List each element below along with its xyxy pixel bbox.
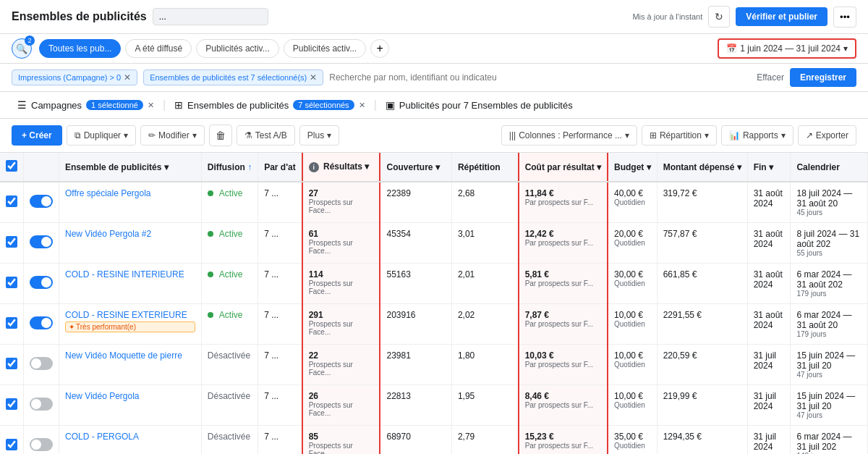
row-name-link-6[interactable]: COLD - PERGOLA [65, 432, 139, 442]
row-name-link-0[interactable]: Offre spéciale Pergola [65, 188, 151, 198]
filter-tag-2[interactable]: Ensembles de publicités est 7 sélectionn… [143, 70, 323, 85]
cell-checkbox[interactable] [0, 426, 24, 455]
row-checkbox-0[interactable] [6, 196, 17, 207]
cell-toggle[interactable] [24, 264, 59, 304]
row-toggle-2[interactable] [30, 276, 53, 289]
row-toggle-5[interactable] [30, 398, 53, 411]
delete-button[interactable]: 🗑 [209, 125, 232, 146]
th-parat[interactable]: Par d'at [258, 153, 302, 182]
tab-active-pubs1[interactable]: Publicités activ... [196, 39, 278, 58]
clear-filter-button[interactable]: Effacer [757, 72, 784, 83]
row-checkbox-2[interactable] [6, 277, 17, 288]
parat-value: 7 ... [264, 229, 278, 239]
th-cout[interactable]: Coût par résultat ▾ [519, 153, 608, 182]
cell-fin: 31 juil 2024 [747, 426, 791, 455]
cell-parat: 7 ... [258, 264, 302, 304]
results-value: 27 [309, 188, 374, 198]
row-toggle-1[interactable] [30, 235, 53, 248]
fin-value: 31 août 2024 [754, 269, 785, 290]
export-button[interactable]: ↗ Exporter [798, 125, 856, 146]
row-name-link-4[interactable]: New Vidéo Moquette de pierre [65, 350, 182, 361]
th-fin[interactable]: Fin ▾ [747, 153, 791, 182]
nav-publicites[interactable]: ▣ Publicités pour 7 Ensembles de publici… [380, 96, 579, 114]
row-toggle-0[interactable] [30, 195, 53, 208]
columns-button[interactable]: ||| Colonnes : Performance ... ▾ [501, 125, 637, 146]
cell-toggle[interactable] [24, 426, 59, 455]
duplicate-button[interactable]: ⧉ Dupliquer ▾ [67, 125, 136, 146]
cell-toggle[interactable] [24, 304, 59, 345]
add-tab-button[interactable]: + [370, 39, 389, 58]
nav-ensembles[interactable]: ⊞ Ensembles de publicités 7 sélectionnés… [169, 96, 371, 114]
couverture-value: 68970 [386, 432, 445, 442]
calendrier-subtext: 47 jours [796, 371, 861, 379]
performance-badge: ✦ Très performant(e) [65, 321, 195, 332]
verify-publish-button[interactable]: Vérifier et publier [736, 7, 827, 26]
select-all-checkbox[interactable] [6, 160, 17, 172]
info-icon[interactable]: i [309, 162, 319, 172]
row-checkbox-3[interactable] [6, 317, 17, 329]
cell-toggle[interactable] [24, 345, 59, 385]
cell-checkbox[interactable] [0, 304, 24, 345]
table-container: Ensemble de publicités ▾ Diffusion ↑ Par… [0, 153, 868, 454]
rapports-button[interactable]: 📊 Rapports ▾ [721, 125, 793, 146]
th-resultats[interactable]: i Résultats ▾ [302, 153, 380, 182]
row-checkbox-4[interactable] [6, 358, 17, 369]
filter-search-input[interactable] [329, 72, 751, 83]
th-ensemble[interactable]: Ensemble de publicités ▾ [59, 153, 202, 182]
row-checkbox-5[interactable] [6, 398, 17, 410]
th-budget[interactable]: Budget ▾ [608, 153, 657, 182]
refresh-button[interactable]: ↻ [708, 6, 730, 28]
filter-tag-1[interactable]: Impressions (Campagne) > 0 ✕ [12, 70, 137, 85]
campaigns-badge-close[interactable]: ✕ [148, 101, 154, 110]
ensembles-badge-close[interactable]: ✕ [359, 101, 365, 110]
cell-couverture: 68970 [380, 426, 451, 455]
row-checkbox-6[interactable] [6, 439, 17, 450]
cell-checkbox[interactable] [0, 345, 24, 385]
row-toggle-3[interactable] [30, 316, 53, 329]
save-filter-button[interactable]: Enregistrer [790, 68, 856, 87]
parat-value: 7 ... [264, 432, 278, 442]
row-toggle-4[interactable] [30, 357, 53, 370]
tab-active-pubs2[interactable]: Publicités activ... [284, 39, 366, 58]
repartition-button[interactable]: ⊞ Répartition ▾ [642, 125, 717, 146]
nav-campaigns[interactable]: ☰ Campagnes 1 sélectionné ✕ [12, 96, 160, 114]
row-toggle-6[interactable] [30, 438, 53, 451]
cell-toggle[interactable] [24, 182, 59, 223]
row-name-link-1[interactable]: New Vidéo Pergola #2 [65, 229, 151, 239]
cell-checkbox[interactable] [0, 223, 24, 264]
tab-all-pubs[interactable]: Toutes les pub... [39, 39, 121, 58]
filter-1-close[interactable]: ✕ [124, 72, 131, 83]
repartition-label: Répartition [660, 130, 702, 140]
parat-value: 7 ... [264, 391, 278, 401]
cell-checkbox[interactable] [0, 182, 24, 223]
th-montant[interactable]: Montant dépensé ▾ [657, 153, 747, 182]
ensembles-badge: 7 sélectionnés [293, 100, 354, 110]
cell-checkbox[interactable] [0, 264, 24, 304]
cell-couverture: 203916 [380, 304, 451, 345]
active-dot [208, 190, 213, 196]
modify-label: Modifier [158, 130, 190, 140]
title-search-input[interactable] [153, 8, 268, 25]
top-more-button[interactable]: ••• [833, 7, 856, 28]
cell-toggle[interactable] [24, 223, 59, 264]
th-couverture[interactable]: Couverture ▾ [380, 153, 451, 182]
date-range-button[interactable]: 📅 1 juin 2024 — 31 juil 2024 ▾ [718, 38, 856, 59]
cell-budget: 35,00 € Quotidien [608, 426, 657, 455]
cell-toggle[interactable] [24, 385, 59, 426]
row-name-link-2[interactable]: COLD - RESINE INTERIEURE [65, 269, 184, 279]
test-ab-button[interactable]: ⚗ Test A/B [237, 125, 295, 146]
th-repetition[interactable]: Répétition [451, 153, 518, 182]
modify-button[interactable]: ✏ Modifier ▾ [140, 125, 205, 146]
cell-checkbox[interactable] [0, 385, 24, 426]
create-button[interactable]: + Créer [12, 125, 62, 146]
row-checkbox-1[interactable] [6, 236, 17, 248]
filter-2-close[interactable]: ✕ [310, 72, 317, 83]
row-name-link-3[interactable]: COLD - RESINE EXTERIEURE [65, 310, 187, 320]
plus-button[interactable]: Plus ▾ [299, 125, 339, 146]
row-name-link-5[interactable]: New Vidéo Pergola [65, 391, 140, 401]
th-diffusion[interactable]: Diffusion ↑ [201, 153, 258, 182]
search-tab-icon[interactable]: 🔍 2 [12, 38, 32, 59]
tab-diffuse[interactable]: A été diffusé [125, 39, 192, 58]
th-calendrier[interactable]: Calendrier [791, 153, 868, 182]
cell-repetition: 2,79 [451, 426, 518, 455]
